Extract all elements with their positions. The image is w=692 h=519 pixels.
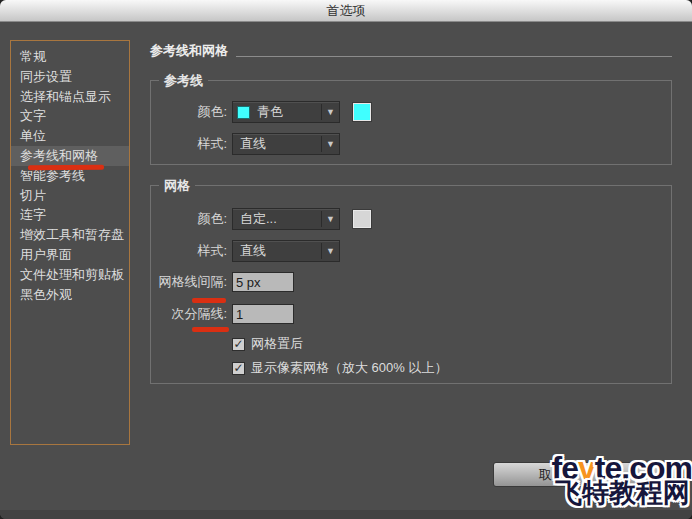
cancel-button[interactable]: 取 xyxy=(493,462,677,487)
sidebar-item-sync-settings[interactable]: 同步设置 xyxy=(11,67,129,87)
guides-color-label: 颜色: xyxy=(151,103,227,121)
grids-in-back-label: 网格置后 xyxy=(251,335,303,353)
subdivisions-label: 次分隔线: xyxy=(151,305,227,323)
gridline-every-input[interactable] xyxy=(232,272,294,292)
chevron-down-icon: ▼ xyxy=(322,107,339,117)
sidebar-item-plugins-scratch[interactable]: 增效工具和暂存盘 xyxy=(11,225,129,245)
heading-divider xyxy=(236,56,672,57)
subdivisions-row: 次分隔线: xyxy=(151,303,671,325)
sidebar-item-general[interactable]: 常规 xyxy=(11,47,129,67)
gridline-every-row: 网格线间隔: xyxy=(151,271,671,293)
sidebar-item-selection-anchor[interactable]: 选择和锚点显示 xyxy=(11,87,129,107)
grids-in-back-row: ✓ 网格置后 xyxy=(232,336,303,352)
guides-style-row: 样式: 直线 ▼ xyxy=(151,133,671,155)
window-title: 首选项 xyxy=(327,2,366,20)
chevron-down-icon: ▼ xyxy=(322,246,339,256)
guides-color-dropdown[interactable]: 青色 ▼ xyxy=(232,101,340,123)
guides-style-value: 直线 xyxy=(240,135,321,153)
guides-group: 参考线 颜色: 青色 ▼ 样式: 直线 ▼ xyxy=(150,80,672,165)
sidebar-item-user-interface[interactable]: 用户界面 xyxy=(11,245,129,265)
guides-color-row: 颜色: 青色 ▼ xyxy=(151,101,671,123)
grid-style-dropdown[interactable]: 直线 ▼ xyxy=(232,240,340,262)
titlebar[interactable]: 首选项 xyxy=(0,0,692,22)
color-swatch-icon xyxy=(237,106,250,119)
pixel-grid-label: 显示像素网格（放大 600% 以上） xyxy=(251,359,447,377)
pixel-grid-row: ✓ 显示像素网格（放大 600% 以上） xyxy=(232,360,447,376)
guides-group-legend: 参考线 xyxy=(159,72,208,90)
grid-color-row: 颜色: 自定... ▼ xyxy=(151,208,671,230)
checkmark-icon: ✓ xyxy=(233,362,243,375)
guides-style-label: 样式: xyxy=(151,135,227,153)
annotation-underline-subdivision xyxy=(192,327,229,332)
sidebar-item-guides-grid[interactable]: 参考线和网格 xyxy=(11,146,129,166)
subdivisions-input[interactable] xyxy=(232,304,294,324)
panel-heading-row: 参考线和网格 xyxy=(150,42,672,60)
sidebar-item-black-appearance[interactable]: 黑色外观 xyxy=(11,285,129,305)
grid-color-dropdown[interactable]: 自定... ▼ xyxy=(232,208,340,230)
sidebar-item-file-clipboard[interactable]: 文件处理和剪贴板 xyxy=(11,265,129,285)
grid-style-row: 样式: 直线 ▼ xyxy=(151,240,671,262)
guides-style-dropdown[interactable]: 直线 ▼ xyxy=(232,133,340,155)
sidebar: 常规 同步设置 选择和锚点显示 文字 单位 参考线和网格 智能参考线 切片 连字… xyxy=(10,40,130,445)
main-panel: 参考线和网格 参考线 颜色: 青色 ▼ 样式: 直线 ▼ xyxy=(150,38,672,458)
sidebar-item-slices[interactable]: 切片 xyxy=(11,186,129,206)
page-title: 参考线和网格 xyxy=(150,42,228,60)
dialog-bottom-edge xyxy=(0,510,692,519)
grid-group: 网格 颜色: 自定... ▼ 样式: 直线 ▼ 网格线间隔: xyxy=(150,185,672,384)
grid-color-preview-swatch[interactable] xyxy=(353,210,371,228)
grid-group-legend: 网格 xyxy=(159,177,195,195)
checkmark-icon: ✓ xyxy=(233,338,243,351)
chevron-down-icon: ▼ xyxy=(322,214,339,224)
gridline-every-label: 网格线间隔: xyxy=(151,273,227,291)
sidebar-item-units[interactable]: 单位 xyxy=(11,126,129,146)
annotation-underline-sidebar xyxy=(28,165,104,171)
annotation-underline-gridline xyxy=(192,298,226,303)
sidebar-item-type[interactable]: 文字 xyxy=(11,106,129,126)
grid-color-label: 颜色: xyxy=(151,210,227,228)
guides-color-value: 青色 xyxy=(257,103,321,121)
preferences-dialog: 首选项 常规 同步设置 选择和锚点显示 文字 单位 参考线和网格 智能参考线 切… xyxy=(0,0,692,519)
guides-color-preview-swatch[interactable] xyxy=(353,103,371,121)
grid-style-value: 直线 xyxy=(240,242,321,260)
grid-style-label: 样式: xyxy=(151,242,227,260)
grids-in-back-checkbox[interactable]: ✓ xyxy=(232,338,245,351)
grid-color-value: 自定... xyxy=(240,210,321,228)
chevron-down-icon: ▼ xyxy=(322,139,339,149)
pixel-grid-checkbox[interactable]: ✓ xyxy=(232,362,245,375)
sidebar-item-hyphenation[interactable]: 连字 xyxy=(11,205,129,225)
